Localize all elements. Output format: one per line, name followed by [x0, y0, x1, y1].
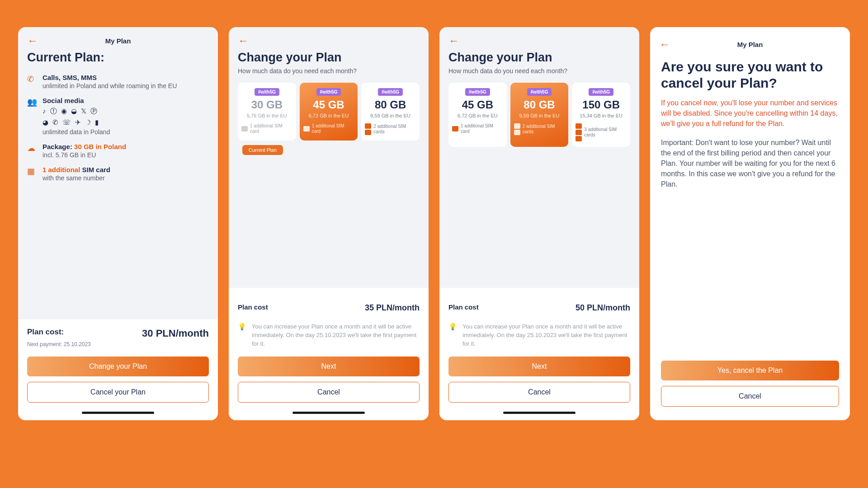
plan-card-80gb[interactable]: #with5G 80 GB 9,59 GB in the EU 2 additi… — [361, 83, 420, 141]
button-group: Yes, cancel the Plan Cancel — [650, 361, 850, 420]
plan-card-80gb[interactable]: #with5G 80 GB 9,59 GB in the EU 2 additi… — [510, 83, 569, 147]
cost-value: 30 PLN/month — [142, 328, 209, 339]
sim-chip-icon — [365, 130, 371, 135]
badge-5g: #with5G — [378, 88, 403, 96]
cancel-button[interactable]: Cancel — [238, 382, 420, 403]
plan-eu: 9,59 GB in the EU — [365, 113, 416, 119]
feature-sim-desc: with the same number — [42, 174, 209, 182]
header: ← — [229, 27, 429, 51]
plan-sim: 2 additional SIM cards — [514, 123, 565, 135]
viber-icon: ☏ — [62, 118, 71, 127]
plan-gb: 45 GB — [303, 99, 354, 111]
feature-social-title: Social media — [42, 97, 209, 104]
bottom-panel: Plan cost 50 PLN/month 💡 You can increas… — [439, 288, 639, 420]
social-icon-row: ♪ ⓕ ◉ ◒ 𝕏 Ⓟ — [42, 107, 209, 116]
app-icon: ▮ — [95, 118, 99, 127]
screen-cancel-confirm: ← My Plan Are you sure you want to cance… — [650, 27, 850, 420]
bottom-panel: Plan cost: 30 PLN/month Next payment: 25… — [18, 319, 218, 420]
cost-label: Plan cost — [448, 303, 479, 313]
heading: Change your Plan — [238, 51, 420, 65]
plan-eu: 5,76 GB in the EU — [241, 113, 292, 119]
users-icon: 👥 — [27, 97, 37, 136]
plan-card-30gb[interactable]: #with5G 30 GB 5,76 GB in the EU 1 additi… — [238, 83, 296, 141]
plan-sim: 1 additional SIM card — [241, 123, 292, 134]
back-icon[interactable]: ← — [659, 38, 670, 51]
next-button[interactable]: Next — [448, 357, 630, 376]
feature-package-title: Package: 30 GB in Poland — [42, 143, 209, 150]
feature-social: 👥 Social media ♪ ⓕ ◉ ◒ 𝕏 Ⓟ ◕ ✆ ☏ ✈ ☽ — [27, 97, 209, 136]
telegram-icon: ✈ — [75, 118, 81, 127]
heading: Are you sure you want to cancel your Pla… — [661, 59, 839, 91]
plan-gb: 150 GB — [576, 99, 627, 111]
confirm-cancel-button[interactable]: Yes, cancel the Plan — [661, 361, 839, 380]
feature-social-desc: unlimited data in Poland — [42, 128, 209, 136]
badge-5g: #with5G — [255, 88, 279, 96]
home-indicator[interactable] — [503, 412, 576, 414]
snapchat-icon: ◒ — [71, 107, 77, 116]
sim-chip-icon — [576, 123, 582, 129]
plan-eu: 6,72 GB in the EU — [303, 113, 354, 119]
cost-value: 35 PLN/month — [365, 303, 420, 313]
page-title: My Plan — [650, 41, 850, 48]
instagram-icon: ◉ — [61, 107, 67, 116]
plan-gb: 45 GB — [452, 99, 503, 111]
back-icon[interactable]: ← — [238, 34, 249, 47]
header: ← My Plan — [18, 27, 218, 51]
back-icon[interactable]: ← — [27, 34, 38, 47]
sim-chip-icon — [303, 126, 310, 131]
cloud-icon: ☁ — [27, 143, 37, 159]
plan-sim: 3 additional SIM cards — [576, 123, 627, 141]
cost-label: Plan cost — [238, 303, 268, 313]
cost-label: Plan cost: — [27, 328, 64, 337]
feature-sim-title: 1 additional SIM card — [42, 166, 209, 174]
tip-row: 💡 You can increase your Plan once a mont… — [238, 319, 420, 357]
next-button[interactable]: Next — [238, 357, 420, 376]
badge-5g: #with5G — [465, 88, 490, 96]
feature-sim: ▦ 1 additional SIM card with the same nu… — [27, 166, 209, 182]
back-icon[interactable]: ← — [448, 34, 459, 47]
plan-eu: 6,72 GB in the EU — [452, 113, 503, 119]
cancel-plan-button[interactable]: Cancel your Plan — [27, 382, 209, 403]
sim-chip-icon — [514, 130, 520, 135]
page-title: My Plan — [18, 37, 218, 45]
feature-calls: ✆ Calls, SMS, MMS unlimited in Poland an… — [27, 74, 209, 89]
facebook-icon: ⓕ — [50, 107, 57, 116]
badge-5g: #with5G — [316, 88, 341, 96]
cancel-button[interactable]: Cancel — [448, 382, 630, 403]
next-payment: Next payment: 25.10.2023 — [27, 341, 209, 347]
plan-card-45gb[interactable]: #with5G 45 GB 6,72 GB in the EU 1 additi… — [448, 83, 507, 147]
badge-5g: #with5G — [527, 88, 552, 96]
tiktok-icon: ♪ — [42, 107, 46, 116]
plan-card-row: #with5G 30 GB 5,76 GB in the EU 1 additi… — [238, 83, 420, 141]
screen-my-plan: ← My Plan Current Plan: ✆ Calls, SMS, MM… — [18, 27, 218, 420]
cost-value: 50 PLN/month — [576, 303, 630, 313]
plan-gb: 80 GB — [514, 99, 565, 111]
home-indicator[interactable] — [82, 412, 154, 414]
twitter-icon: 𝕏 — [81, 107, 86, 116]
badge-5g: #with5G — [589, 88, 613, 96]
plan-card-row: #with5G 45 GB 6,72 GB in the EU 1 additi… — [448, 83, 630, 147]
heading: Current Plan: — [27, 51, 209, 65]
bottom-panel: Plan cost 35 PLN/month 💡 You can increas… — [229, 288, 429, 420]
plan-sim: 1 additional SIM card — [303, 123, 354, 134]
lightbulb-icon: 💡 — [238, 323, 246, 348]
subtitle: How much data do you need each month? — [238, 67, 420, 75]
change-plan-button[interactable]: Change your Plan — [27, 357, 209, 376]
current-plan-chip: Current Plan — [242, 145, 283, 155]
sim-chip-icon — [576, 130, 582, 135]
moon-icon: ☽ — [85, 118, 91, 127]
messenger-icon: ◕ — [42, 118, 48, 127]
screen-change-plan-80: ← Change your Plan How much data do you … — [439, 27, 639, 420]
plan-card-150gb[interactable]: #with5G 150 GB 15,34 GB in the EU 3 addi… — [572, 83, 630, 147]
feature-calls-title: Calls, SMS, MMS — [42, 74, 209, 81]
sim-icon: ▦ — [27, 166, 37, 182]
sim-chip-icon — [514, 123, 520, 129]
feature-package-desc: incl. 5.76 GB in EU — [42, 151, 209, 159]
cancel-button[interactable]: Cancel — [661, 386, 839, 407]
lightbulb-icon: 💡 — [448, 323, 457, 348]
pinterest-icon: Ⓟ — [90, 107, 97, 116]
home-indicator[interactable] — [292, 412, 365, 414]
phone-icon: ✆ — [27, 74, 37, 89]
plan-card-45gb[interactable]: #with5G 45 GB 6,72 GB in the EU 1 additi… — [300, 83, 358, 141]
warning-text: If you cancel now, you'll lose your numb… — [661, 98, 839, 129]
